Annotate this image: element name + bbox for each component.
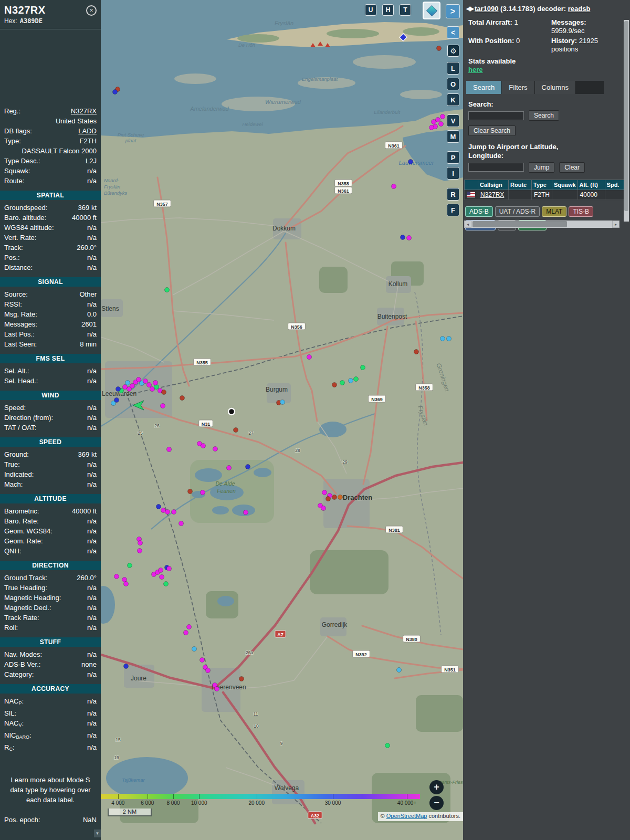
aircraft-trail-dot[interactable] [338,495,343,500]
column-header-spd[interactable]: Spd. [605,180,624,190]
aircraft-trail-dot[interactable] [180,396,185,401]
close-icon[interactable]: × [86,5,97,16]
aircraft-trail-dot[interactable] [128,563,132,568]
tab-columns[interactable]: Columns [535,81,576,94]
filter-toggle-ads-b[interactable]: ADS-B [465,206,493,217]
map-button-l[interactable]: L [447,62,459,75]
aircraft-trail-dot[interactable] [159,568,163,573]
map-button-p[interactable]: P [447,151,459,164]
filter-toggle-mlat[interactable]: MLAT [542,206,566,217]
aircraft-trail-dot[interactable] [408,160,413,164]
map-button-h[interactable]: H [382,4,394,16]
column-header-squawk[interactable]: Squawk [552,180,578,190]
filter-toggle-tis-b[interactable]: TIS-B [569,206,593,217]
expand-sidebar-button[interactable]: > [446,4,460,18]
stats-here-link[interactable]: here [468,66,625,74]
aircraft-trail-dot[interactable] [165,510,170,514]
aircraft-trail-dot[interactable] [239,677,244,681]
aircraft-trail-dot[interactable] [246,465,250,469]
aircraft-trail-dot[interactable] [414,350,419,354]
map-button-k[interactable]: K [447,93,459,106]
aircraft-trail-dot[interactable] [156,505,161,509]
search-input[interactable] [468,111,524,120]
aircraft-trail-dot[interactable] [280,400,285,405]
aircraft-trail-dot[interactable] [440,114,445,119]
aircraft-trail-dot[interactable] [114,574,119,579]
aircraft-trail-dot[interactable] [354,377,359,382]
panel-toggle-icon[interactable]: ◀▶ [466,5,473,12]
aircraft-trail-dot[interactable] [439,122,444,127]
column-header-callsign[interactable]: Callsign [478,180,509,190]
aircraft-trail-dot[interactable] [201,490,205,495]
aircraft-trail-dot[interactable] [215,687,219,691]
aircraft-trail-dot[interactable] [164,582,169,586]
aircraft-trail-dot[interactable] [187,625,192,629]
aircraft-trail-dot[interactable] [162,390,166,395]
aircraft-trail-dot[interactable] [227,466,232,470]
map-button-o[interactable]: O [447,78,459,90]
aircraft-trail-dot[interactable] [201,444,206,448]
aircraft-trail-dot[interactable] [143,379,148,384]
aircraft-trail-dot[interactable] [213,447,218,452]
map-button-u[interactable]: U [365,4,376,16]
aircraft-trail-dot[interactable] [321,506,326,511]
aircraft-trail-dot[interactable] [138,541,143,545]
aircraft-trail-dot[interactable] [172,510,176,514]
selected-aircraft-marker[interactable] [228,408,235,415]
column-header[interactable] [465,180,478,190]
aircraft-trail-dot[interactable] [138,549,142,553]
zoom-in-button[interactable]: + [429,780,444,794]
aircraft-trail-dot[interactable] [179,521,184,526]
layer-picker-button[interactable] [423,2,440,19]
aircraft-trail-dot[interactable] [392,184,396,189]
aircraft-trail-dot[interactable] [307,355,312,360]
map[interactable]: FryslânDe HônEngelsmanplaatWierumerwadAm… [101,0,463,840]
map-button-v[interactable]: V [447,114,459,127]
aircraft-trail-dot[interactable] [124,582,129,586]
aircraft-trail-dot[interactable] [244,510,248,515]
aircraft-trail-dot[interactable] [167,447,172,452]
vertical-scrollbar[interactable] [624,20,629,222]
aircraft-row[interactable]: N327RXF2TH40000 [465,190,624,200]
jump-input[interactable] [468,163,524,172]
aircraft-trail-dot[interactable] [200,658,205,663]
map-button-r[interactable]: R [447,188,459,201]
map-canvas[interactable]: FryslânDe HônEngelsmanplaatWierumerwadAm… [101,0,463,840]
column-header-type[interactable]: Type [532,180,552,190]
jump-clear-button[interactable]: Clear [559,162,585,173]
aircraft-trail-dot[interactable] [326,497,331,501]
aircraft-trail-dot[interactable] [160,575,164,580]
search-button[interactable]: Search [529,110,559,121]
aircraft-trail-dot[interactable] [167,566,172,571]
scroll-right-arrow-icon[interactable]: ▸ [612,220,620,228]
aircraft-trail-dot[interactable] [125,381,130,385]
zoom-out-button[interactable]: − [429,796,444,810]
aircraft-trail-dot[interactable] [153,381,158,385]
tar1090-link[interactable]: tar1090 [475,5,499,13]
map-button-t[interactable]: T [400,4,411,16]
aircraft-trail-dot[interactable] [147,383,152,387]
column-header-route[interactable]: Route [509,180,532,190]
aircraft-trail-dot[interactable] [322,490,327,495]
readsb-link[interactable]: readsb [568,5,591,13]
info-value[interactable]: LADD [78,126,97,136]
aircraft-trail-dot[interactable] [436,118,440,122]
aircraft-trail-dot[interactable] [161,404,165,408]
aircraft-trail-dot[interactable] [349,379,353,383]
column-header-altft[interactable]: Alt. (ft) [578,180,605,190]
tab-search[interactable]: Search [466,81,502,94]
aircraft-trail-dot[interactable] [447,337,452,341]
aircraft-trail-dot[interactable] [332,495,337,500]
aircraft-trail-dot[interactable] [188,489,193,494]
hscrollbar-thumb[interactable] [472,221,567,227]
jump-button[interactable]: Jump [529,162,554,173]
aircraft-trail-dot[interactable] [165,288,170,292]
collapse-sidebar-button[interactable]: < [447,26,459,39]
aircraft-trail-dot[interactable] [361,365,365,370]
aircraft-trail-dot[interactable] [340,381,345,385]
aircraft-trail-dot[interactable] [401,235,405,240]
scrollbar-down-arrow-icon[interactable]: ▼ [94,830,101,837]
aircraft-trail-dot[interactable] [150,387,155,392]
aircraft-trail-dot[interactable] [440,337,445,341]
map-button-m[interactable]: M [447,130,459,143]
